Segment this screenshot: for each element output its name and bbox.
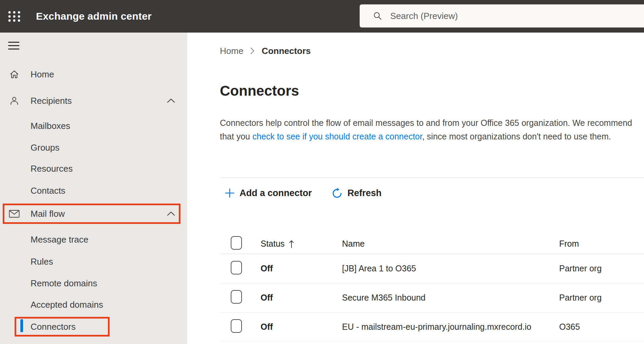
sidebar-item-contacts[interactable]: Contacts — [0, 180, 187, 202]
sidebar-item-label: Remote domains — [31, 278, 97, 289]
sidebar-item-home[interactable]: Home — [0, 63, 187, 85]
app-title: Exchange admin center — [36, 0, 152, 33]
create-connector-check-link[interactable]: check to see if you should create a conn… — [252, 132, 422, 141]
sidebar-item-accepted-domains[interactable]: Accepted domains — [0, 294, 187, 316]
mail-icon — [9, 208, 20, 219]
sidebar-navigation: Home Recipients Mailboxes Groups Resourc… — [0, 33, 187, 344]
add-connector-label: Add a connector — [240, 188, 312, 198]
main-content: Home Connectors Connectors Connectors he… — [187, 33, 644, 344]
sidebar-item-label: Recipients — [31, 96, 72, 106]
page-title: Connectors — [220, 81, 644, 100]
column-header-name: Name — [342, 239, 559, 249]
sidebar-item-label: Resources — [31, 164, 73, 174]
status-cell: Off — [261, 264, 342, 273]
select-all-checkbox[interactable] — [231, 236, 242, 250]
sidebar-item-label: Contacts — [31, 186, 65, 196]
from-cell: Partner org — [559, 264, 644, 273]
sidebar-item-label: Message trace — [31, 234, 89, 245]
sidebar-item-mail-flow[interactable]: Mail flow — [0, 203, 187, 225]
sidebar-item-label: Accepted domains — [31, 300, 103, 310]
sort-ascending-icon — [289, 239, 294, 249]
breadcrumb: Home Connectors — [220, 45, 644, 56]
column-header-status[interactable]: Status — [261, 239, 342, 249]
row-checkbox[interactable] — [231, 290, 242, 304]
table-body: Off [JB] Area 1 to O365 Partner org Off … — [220, 254, 644, 342]
sidebar-item-label: Mailboxes — [31, 121, 70, 131]
name-cell: [JB] Area 1 to O365 — [342, 264, 559, 273]
status-cell: Off — [261, 293, 342, 303]
status-header-label: Status — [261, 239, 285, 249]
from-cell: O365 — [559, 322, 644, 332]
row-checkbox[interactable] — [231, 261, 242, 274]
search-icon — [373, 12, 382, 20]
sidebar-item-recipients[interactable]: Recipients — [0, 90, 187, 112]
command-bar: Add a connector Refresh — [220, 184, 644, 203]
name-cell: Secure M365 Inbound — [342, 293, 559, 303]
chevron-up-icon[interactable] — [167, 98, 175, 103]
sidebar-item-mailboxes[interactable]: Mailboxes — [0, 115, 187, 137]
sidebar-item-label: Rules — [31, 256, 53, 267]
breadcrumb-current-page: Connectors — [262, 46, 310, 56]
sidebar-item-rules[interactable]: Rules — [0, 251, 187, 272]
refresh-label: Refresh — [347, 188, 382, 198]
sidebar-item-label: Connectors — [31, 322, 76, 332]
table-row[interactable]: Off Secure M365 Inbound Partner org — [220, 283, 644, 312]
breadcrumb-home-link[interactable]: Home — [220, 46, 243, 56]
sidebar-item-remote-domains[interactable]: Remote domains — [0, 272, 187, 294]
refresh-button[interactable]: Refresh — [327, 188, 386, 199]
refresh-icon — [332, 188, 343, 199]
sidebar-item-label: Home — [31, 69, 54, 80]
hamburger-menu-button[interactable] — [8, 42, 19, 50]
app-launcher-waffle-icon[interactable] — [7, 9, 22, 23]
chevron-right-icon — [250, 47, 255, 55]
plus-icon — [225, 188, 235, 198]
table-row[interactable]: Off [JB] Area 1 to O365 Partner org — [220, 254, 644, 283]
add-connector-button[interactable]: Add a connector — [220, 188, 317, 198]
global-search-box[interactable] — [360, 4, 644, 27]
waffle-dots — [8, 11, 21, 22]
status-cell: Off — [261, 322, 342, 332]
top-bar: Exchange admin center — [0, 0, 644, 33]
sidebar-item-groups[interactable]: Groups — [0, 137, 187, 158]
name-cell: EU - mailstream-eu-primary.journaling.mx… — [342, 322, 559, 332]
home-icon — [9, 69, 20, 80]
table-row[interactable]: Off EU - mailstream-eu-primary.journalin… — [220, 312, 644, 342]
sidebar-item-resources[interactable]: Resources — [0, 158, 187, 179]
sidebar-item-connectors[interactable]: Connectors — [0, 316, 187, 338]
sidebar-item-label: Mail flow — [31, 209, 65, 219]
from-cell: Partner org — [559, 293, 644, 303]
description-text-tail: , since most organizations don't need to… — [422, 132, 611, 141]
search-input[interactable] — [390, 11, 594, 21]
row-checkbox[interactable] — [231, 319, 242, 333]
person-icon — [9, 95, 20, 106]
selected-item-indicator-bar — [20, 319, 23, 332]
column-header-from: From — [559, 239, 644, 249]
table-header-row: Status Name From — [220, 234, 644, 254]
page-description: Connectors help control the flow of emai… — [220, 116, 641, 143]
sidebar-item-label: Groups — [31, 142, 59, 153]
sidebar-item-message-trace[interactable]: Message trace — [0, 229, 187, 250]
chevron-up-icon[interactable] — [167, 211, 175, 216]
toolbar-divider — [220, 177, 644, 178]
